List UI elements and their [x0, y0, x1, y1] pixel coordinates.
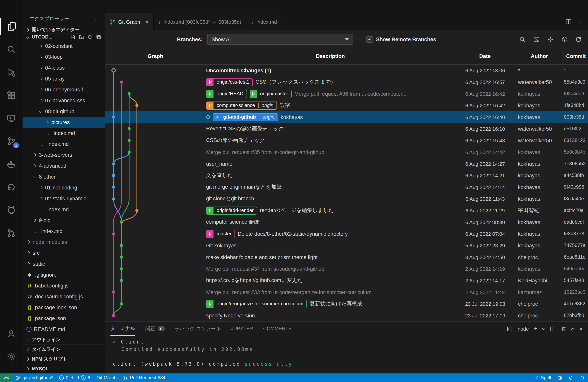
spell-checker-indicator[interactable]: ✓Spell — [532, 373, 554, 382]
notifications-bell-icon[interactable] — [577, 373, 588, 382]
explorer-icon[interactable] — [0, 18, 22, 35]
commit-row-selected[interactable]: git-and-githuborigin kokhayas 6 Aug 2022… — [105, 111, 588, 123]
tree-item-folder[interactable]: 08-git-github — [22, 106, 105, 117]
column-header-commit[interactable]: Commit — [564, 52, 588, 61]
globe-icon[interactable] — [554, 373, 566, 382]
commit-row[interactable]: make sidebar foldable and set prism them… — [105, 251, 588, 263]
current-branch-tag[interactable]: git-and-githuborigin — [213, 113, 278, 121]
commit-row[interactable]: Merge pull request #33 from ut-code/reor… — [105, 286, 588, 298]
search-icon[interactable] — [0, 41, 22, 58]
commit-row[interactable]: https://.co.jpをhttps://github.comに変えた2 A… — [105, 275, 588, 286]
branches-dropdown[interactable]: Show All — [207, 34, 353, 45]
commit-row[interactable]: Merge pull request #35 from ut-code/git-… — [105, 146, 588, 158]
tree-item-folder[interactable]: 3-web-servers — [22, 149, 105, 160]
tree-item-folder[interactable]: node_modules — [22, 236, 105, 247]
commit-row[interactable]: Uncommitted Changes (1) 6 Aug 2022 18:06… — [105, 64, 588, 76]
commit-row[interactable]: master Delete docs/8-other/02-static-dyn… — [105, 228, 588, 240]
terminal-profile-label[interactable]: node — [518, 326, 529, 332]
tree-item-file[interactable]: JSdocusaurus.config.js — [22, 291, 105, 302]
chevron-down-icon[interactable] — [542, 327, 546, 330]
tree-item-folder[interactable]: 03-loop — [22, 51, 105, 62]
section-workspace[interactable]: UTCOD... — [22, 33, 105, 41]
tree-item-folder[interactable]: 05-array — [22, 73, 105, 84]
tab-index-md-diff[interactable]: ↓ index.md (003fe35d^ ↔ 003fe35d) — [153, 13, 246, 30]
commit-row[interactable]: 文を直した6 Aug 2022 14:21kokhayasa4c538fb — [105, 170, 588, 181]
refresh-icon[interactable] — [575, 36, 582, 42]
tree-item-folder-selected[interactable]: pictures — [22, 117, 105, 127]
tree-item-file[interactable]: iREADME.md — [22, 324, 105, 335]
column-header-date[interactable]: Date — [455, 52, 515, 61]
panel-tab-jupyter[interactable]: JUPYTER — [231, 322, 253, 336]
commit-row[interactable]: git merge origin mainなどを加筆6 Aug 2022 14:… — [105, 181, 588, 193]
tree-item-folder[interactable]: 02-static-dynamic — [22, 193, 105, 204]
more-actions-icon[interactable]: ⋯ — [95, 16, 100, 22]
commit-row[interactable]: Merge pull request #34 from ut-code/git-… — [105, 263, 588, 275]
commit-row[interactable]: specify Node version23 Jul 2022 17:09che… — [105, 310, 588, 321]
tree-item-folder[interactable]: 06-anonymous-f... — [22, 84, 105, 95]
problems-indicator[interactable]: ×0 ⚠0 i8 — [56, 373, 93, 382]
extensions-icon[interactable] — [0, 87, 22, 104]
column-header-author[interactable]: Author — [515, 52, 564, 61]
editor-more-actions-icon[interactable]: ⋯ — [577, 19, 583, 25]
collapse-all-icon[interactable] — [96, 34, 102, 40]
commit-row[interactable]: git cloneとgit branch6 Aug 2022 11:43kokh… — [105, 193, 588, 205]
section-mysql[interactable]: MYSQL — [22, 364, 105, 373]
tree-item-file[interactable]: ↓index.md — [22, 127, 105, 138]
commit-row[interactable]: user_name6 Aug 2022 14:27kokhayas7e306ab… — [105, 158, 588, 170]
tree-item-folder[interactable]: 9-old — [22, 215, 105, 226]
close-panel-icon[interactable]: × — [579, 325, 583, 332]
branch-tag[interactable]: origin/HEAD — [206, 90, 247, 98]
commit-row[interactable]: origin/HEAD origin/master Merge pull req… — [105, 88, 588, 100]
maximize-panel-icon[interactable] — [571, 328, 575, 331]
source-control-icon[interactable]: 1 — [0, 133, 22, 150]
commit-row[interactable]: origin/reorganize-for-summer-curriculum … — [105, 298, 588, 310]
column-header-description[interactable]: Description — [206, 52, 455, 61]
find-icon[interactable] — [519, 36, 526, 42]
tree-item-file[interactable]: ↓index.md — [22, 226, 105, 236]
tree-item-folder[interactable]: 07-advanced-css — [22, 95, 105, 106]
settings-gear-icon[interactable] — [0, 348, 22, 365]
open-terminal-icon[interactable] — [533, 36, 540, 42]
branch-tag[interactable]: computer-scienceorigin — [206, 101, 277, 109]
show-remote-branches-checkbox[interactable]: ✓ — [366, 36, 373, 42]
section-open-editors[interactable]: 開いているエディター — [22, 26, 105, 33]
section-npm-scripts[interactable]: NPM スクリプト — [22, 354, 105, 364]
new-terminal-icon[interactable]: + — [534, 325, 538, 332]
commit-row[interactable]: computer-scienceorigin 誤字 6 Aug 2022 16:… — [105, 100, 588, 111]
new-folder-icon[interactable] — [79, 34, 84, 40]
branch-tag[interactable]: origin/master — [250, 90, 292, 98]
panel-tab-comments[interactable]: COMMENTS — [263, 322, 292, 336]
section-timeline[interactable]: タイムライン — [22, 344, 105, 354]
tree-item-file[interactable]: {}package-lock.json — [22, 302, 105, 313]
kill-terminal-icon[interactable] — [561, 326, 567, 332]
panel-tab-debug-console[interactable]: デバッグ コンソール — [175, 322, 221, 336]
tab-index-md[interactable]: ↓ index.md — [246, 13, 282, 30]
branch-tag[interactable]: origin/css-test1 — [206, 78, 253, 86]
settings-icon[interactable] — [547, 36, 554, 42]
github-icon[interactable] — [0, 202, 22, 219]
run-debug-icon[interactable] — [0, 64, 22, 81]
column-header-graph[interactable]: Graph — [105, 52, 206, 61]
section-outline[interactable]: アウトライン — [22, 335, 105, 344]
git-graph-launcher[interactable]: Git Graph — [93, 373, 120, 382]
pull-request-icon[interactable] — [0, 224, 22, 242]
branch-tag[interactable]: origin/reorganize-for-summer-curriculum — [206, 300, 307, 308]
tree-item-file[interactable]: ◆.gitignore — [22, 269, 105, 280]
remote-explorer-icon[interactable] — [0, 110, 22, 127]
tree-item-folder[interactable]: 04-class — [22, 62, 105, 73]
tree-item-file[interactable]: ↓index.md — [22, 138, 105, 149]
tree-item-folder[interactable]: 4-advanced — [22, 160, 105, 171]
remote-indicator[interactable]: >< — [0, 373, 12, 382]
branch-tag[interactable]: master — [206, 230, 235, 238]
branch-indicator[interactable]: git-and-github* — [12, 373, 56, 382]
tree-item-file[interactable]: {}package.json — [22, 313, 105, 324]
tree-item-folder[interactable]: static — [22, 258, 105, 269]
history-icon[interactable] — [0, 179, 22, 196]
tree-item-file[interactable]: βbabel.config.js — [22, 280, 105, 291]
split-editor-icon[interactable] — [566, 19, 572, 25]
branch-tag[interactable]: origin/add-render — [206, 206, 257, 214]
refresh-icon[interactable] — [87, 34, 93, 40]
commit-row[interactable]: computer science 俯瞰6 Aug 2022 08:30kokha… — [105, 216, 588, 228]
panel-tab-terminal[interactable]: ターミナル — [110, 322, 135, 336]
tree-item-folder[interactable]: src — [22, 247, 105, 258]
